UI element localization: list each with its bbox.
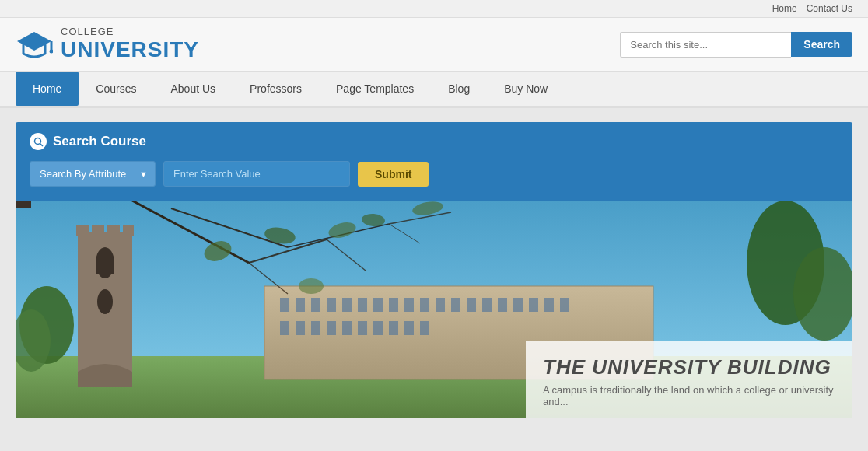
header-search-input[interactable] [620, 32, 791, 58]
logo-college: COLLEGE [61, 26, 199, 37]
search-controls: Search By Attribute ▼ Submit [30, 161, 838, 187]
search-course-panel: Search Course Search By Attribute ▼ Subm… [16, 122, 852, 201]
main-content: Search Course Search By Attribute ▼ Subm… [0, 108, 868, 418]
header-search-button[interactable]: Search [791, 32, 852, 57]
banner-subtitle: A campus is traditionally the land on wh… [543, 384, 835, 407]
logo-text: COLLEGE UNIVERSITY [61, 26, 199, 61]
nav-item-professors[interactable]: Professors [233, 72, 319, 106]
nav-item-blog[interactable]: Blog [431, 72, 487, 106]
svg-rect-32 [358, 321, 367, 335]
graduation-cap-icon [16, 26, 53, 63]
nav-item-buy-now[interactable]: Buy Now [487, 72, 565, 106]
top-bar: Home Contact Us [0, 0, 868, 18]
svg-rect-33 [373, 321, 383, 335]
attribute-select[interactable]: Search By Attribute [30, 161, 156, 187]
svg-rect-29 [311, 321, 320, 335]
header-search-area: Search [620, 32, 852, 58]
nav-item-about[interactable]: About Us [154, 72, 233, 106]
svg-rect-28 [296, 321, 305, 335]
banner-title: THE UNIVERSITY BUILDING [543, 355, 835, 379]
search-course-icon [30, 133, 47, 150]
svg-rect-35 [404, 321, 414, 335]
topbar-home-link[interactable]: Home [772, 3, 797, 14]
svg-rect-36 [420, 321, 429, 335]
submit-button[interactable]: Submit [358, 162, 429, 187]
main-nav: Home Courses About Us Professors Page Te… [0, 72, 868, 108]
nav-item-home[interactable]: Home [16, 72, 79, 106]
header: COLLEGE UNIVERSITY Search [0, 18, 868, 72]
search-value-input[interactable] [163, 161, 350, 187]
svg-rect-34 [389, 321, 398, 335]
university-banner: THE UNIVERSITY BUILDING A campus is trad… [16, 201, 852, 418]
svg-rect-27 [280, 321, 289, 335]
nav-item-page-templates[interactable]: Page Templates [319, 72, 431, 106]
nav-item-courses[interactable]: Courses [79, 72, 153, 106]
svg-rect-31 [342, 321, 352, 335]
logo-area: COLLEGE UNIVERSITY [16, 26, 199, 63]
search-course-label: Search Course [53, 134, 146, 149]
logo-university: UNIVERSITY [61, 38, 199, 62]
svg-line-4 [40, 143, 43, 146]
svg-point-3 [34, 138, 40, 144]
banner-sky [16, 201, 852, 320]
svg-point-2 [50, 50, 54, 54]
search-course-title: Search Course [30, 133, 838, 150]
topbar-contact-link[interactable]: Contact Us [807, 3, 852, 14]
banner-overlay: THE UNIVERSITY BUILDING A campus is trad… [526, 341, 852, 418]
attribute-select-wrapper: Search By Attribute ▼ [30, 161, 156, 187]
svg-rect-30 [327, 321, 336, 335]
